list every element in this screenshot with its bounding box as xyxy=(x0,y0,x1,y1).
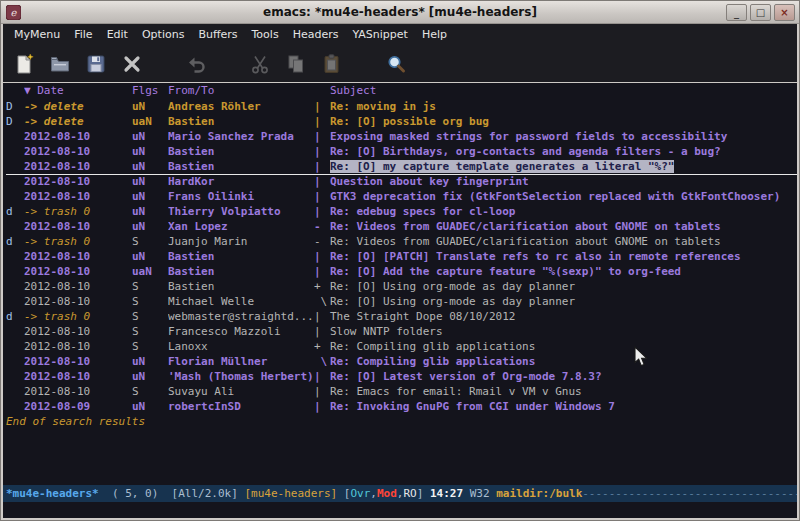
menu-item-edit[interactable]: Edit xyxy=(100,24,135,46)
column-header-from[interactable]: From/To xyxy=(168,83,314,99)
copy-icon[interactable] xyxy=(283,51,309,77)
thread-indicator: \ xyxy=(314,354,330,369)
message-flags: S xyxy=(132,384,168,399)
thread-indicator: + xyxy=(314,339,330,354)
thread-indicator: | xyxy=(314,129,330,144)
message-row[interactable]: 2012-08-10uNBastien|Re: [O] [PATCH] Tran… xyxy=(6,249,797,264)
open-folder-icon[interactable] xyxy=(47,51,73,77)
paste-icon[interactable] xyxy=(319,51,345,77)
message-flags: uN xyxy=(132,144,168,159)
message-subject: Re: [O] Using org-mode as day planner xyxy=(330,280,575,293)
menu-item-headers[interactable]: Headers xyxy=(286,24,346,46)
message-mark xyxy=(6,279,24,294)
column-header-thread xyxy=(314,83,330,99)
close-button[interactable]: × xyxy=(774,4,795,21)
message-mark xyxy=(6,219,24,234)
message-list: D-> deleteuNAndreas Röhler|Re: moving in… xyxy=(6,99,797,414)
thread-indicator: | xyxy=(314,204,330,219)
column-header-date-label: Date xyxy=(37,84,64,97)
new-document-icon[interactable] xyxy=(11,51,37,77)
message-row[interactable]: d-> trash 0uNThierry Volpiatto|Re: edebu… xyxy=(6,204,797,219)
message-subject-cell: Question about key fingerprint xyxy=(330,174,797,189)
message-row[interactable]: d-> trash 0SJuanjo Marin-Re: Videos from… xyxy=(6,234,797,249)
cut-icon[interactable] xyxy=(247,51,273,77)
message-row[interactable]: 2012-08-10SBastien+Re: [O] Using org-mod… xyxy=(6,279,797,294)
mouse-cursor xyxy=(634,346,649,368)
message-subject: Re: [O] possible org bug xyxy=(330,115,489,128)
message-mark xyxy=(6,129,24,144)
menu-item-file[interactable]: File xyxy=(67,24,99,46)
message-subject: Re: Invoking GnuPG from CGI under Window… xyxy=(330,400,615,413)
message-date: 2012-08-10 xyxy=(24,189,132,204)
modeline-segment-plain: ( 5, 0) xyxy=(99,487,172,500)
message-mark: D xyxy=(6,114,24,129)
maximize-button[interactable]: □ xyxy=(750,4,771,21)
modeline-segment-ovr: Ovr xyxy=(350,487,370,500)
message-subject-cell: Slow NNTP folders xyxy=(330,324,797,339)
echo-area xyxy=(3,502,797,518)
message-subject: Re: Videos from GUADEC/clarification abo… xyxy=(330,235,721,248)
message-row[interactable]: 2012-08-10SLanoxx+Re: Compiling glib app… xyxy=(6,339,797,354)
message-row[interactable]: 2012-08-10uNBastien|Re: [O] Birthdays, o… xyxy=(6,144,797,159)
message-date: 2012-08-10 xyxy=(24,174,132,189)
message-from: webmaster@straightd... xyxy=(168,309,314,324)
message-subject-cell: Re: edebug specs for cl-loop xyxy=(330,204,797,219)
save-icon[interactable] xyxy=(83,51,109,77)
column-header-date[interactable]: ▼ Date xyxy=(24,83,132,99)
message-row[interactable]: 2012-08-10uNMario Sanchez Prada|Exposing… xyxy=(6,129,797,144)
message-row[interactable]: 2012-08-10uNFlorian Müllner \Re: Compili… xyxy=(6,354,797,369)
message-row[interactable]: D-> deleteuaNBastien|Re: [O] possible or… xyxy=(6,114,797,129)
empty-buffer-space xyxy=(6,429,797,485)
message-row[interactable]: 2012-08-10uNBastien|Re: [O] my capture t… xyxy=(6,159,797,174)
kill-buffer-icon[interactable] xyxy=(119,51,145,77)
message-date: 2012-08-10 xyxy=(24,144,132,159)
message-row[interactable]: 2012-08-10SFrancesco Mazzoli|Slow NNTP f… xyxy=(6,324,797,339)
message-mark xyxy=(6,189,24,204)
message-row[interactable]: D-> deleteuNAndreas Röhler|Re: moving in… xyxy=(6,99,797,114)
message-date: 2012-08-10 xyxy=(24,279,132,294)
message-subject: Exposing masked strings for password fie… xyxy=(330,130,727,143)
message-date: 2012-08-10 xyxy=(24,219,132,234)
undo-icon[interactable] xyxy=(183,51,209,77)
menu-item-buffers[interactable]: Buffers xyxy=(191,24,244,46)
modeline-segment-buffer: *mu4e-headers* xyxy=(6,487,99,500)
menu-item-yasnippet[interactable]: YASnippet xyxy=(345,24,414,46)
message-mark xyxy=(6,399,24,414)
message-row[interactable]: 2012-08-10uN'Mash (Thomas Herbert)|Re: [… xyxy=(6,369,797,384)
message-subject: Re: [O] [PATCH] Translate refs to rc als… xyxy=(330,250,741,263)
message-row[interactable]: 2012-08-10uNFrans Oilinki|GTK3 deprecati… xyxy=(6,189,797,204)
message-subject: Re: Emacs for email: Rmail v VM v Gnus xyxy=(330,385,582,398)
message-row[interactable]: d-> trash 0Swebmaster@straightd...|The S… xyxy=(6,309,797,324)
message-row[interactable]: 2012-08-09uNrobertcInSD|Re: Invoking Gnu… xyxy=(6,399,797,414)
menu-item-help[interactable]: Help xyxy=(415,24,454,46)
title-bar[interactable]: e emacs: *mu4e-headers* [mu4e-headers] _… xyxy=(1,1,799,24)
message-mark: D xyxy=(6,99,24,114)
menu-item-options[interactable]: Options xyxy=(135,24,191,46)
message-from: HardKor xyxy=(168,174,314,189)
thread-indicator: - xyxy=(314,219,330,234)
message-date: 2012-08-10 xyxy=(24,294,132,309)
menu-item-mymenu[interactable]: MyMenu xyxy=(7,24,67,46)
minimize-button[interactable]: _ xyxy=(726,4,747,21)
message-row[interactable]: 2012-08-10SMichael Welle \Re: [O] Using … xyxy=(6,294,797,309)
message-subject-cell: Re: [O] possible org bug xyxy=(330,114,797,129)
message-row[interactable]: 2012-08-10uaNBastien|Re: [O] Add the cap… xyxy=(6,264,797,279)
message-mark: d xyxy=(6,204,24,219)
message-from: Thierry Volpiatto xyxy=(168,204,314,219)
column-header-flags[interactable]: Flgs xyxy=(132,83,168,99)
search-icon[interactable] xyxy=(383,51,409,77)
message-row[interactable]: 2012-08-10uNXan Lopez-Re: Videos from GU… xyxy=(6,219,797,234)
message-date: 2012-08-10 xyxy=(24,129,132,144)
message-row[interactable]: 2012-08-10SSuvayu Ali|Re: Emacs for emai… xyxy=(6,384,797,399)
message-flags: uN xyxy=(132,369,168,384)
menu-item-tools[interactable]: Tools xyxy=(245,24,286,46)
message-from: Florian Müllner xyxy=(168,354,314,369)
message-subject-cell: Re: Videos from GUADEC/clarification abo… xyxy=(330,234,797,249)
message-row[interactable]: 2012-08-10uNHardKor|Question about key f… xyxy=(6,174,797,189)
modeline-segment-time: 14:27 xyxy=(430,487,463,500)
message-from: Bastien xyxy=(168,264,314,279)
header-line: ▼ Date Flgs From/To Subject xyxy=(6,83,797,99)
message-date: 2012-08-10 xyxy=(24,324,132,339)
message-subject-cell: Re: Invoking GnuPG from CGI under Window… xyxy=(330,399,797,414)
column-header-subject[interactable]: Subject xyxy=(330,83,797,99)
